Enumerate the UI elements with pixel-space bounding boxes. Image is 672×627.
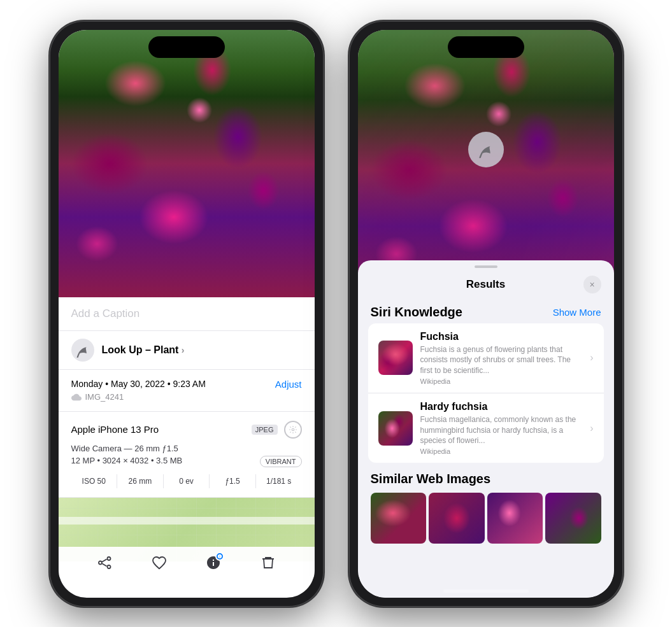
fuchsia-info: Fuchsia Fuchsia is a genus of flowering … <box>420 331 583 385</box>
fuchsia-chevron-icon: › <box>590 352 593 363</box>
similar-images-title: Similar Web Images <box>371 472 601 486</box>
right-phone-screen: Results × Siri Knowledge Show More <box>358 30 614 598</box>
leaf-visual-icon <box>476 139 496 160</box>
like-button[interactable] <box>150 553 169 572</box>
close-button[interactable]: × <box>583 276 601 293</box>
meta-section: Monday • May 30, 2022 • 9:23 AM Adjust I… <box>59 370 315 412</box>
share-button[interactable] <box>95 553 114 572</box>
lookup-text[interactable]: Look Up – Plant › <box>102 344 185 356</box>
exif-shutter: 1/181 s <box>256 474 302 488</box>
knowledge-item-fuchsia[interactable]: Fuchsia Fuchsia is a genus of flowering … <box>368 323 604 393</box>
right-phone: Results × Siri Knowledge Show More <box>349 21 623 607</box>
hardy-chevron-icon: › <box>590 423 593 434</box>
similar-image-4[interactable] <box>545 493 601 544</box>
left-phone: Add a Caption Look Up – Plant › Monday •… <box>50 21 324 607</box>
exif-ev: 0 ev <box>164 474 210 488</box>
hardy-name: Hardy fuchsia <box>420 401 583 412</box>
results-panel: Results × Siri Knowledge Show More <box>358 260 614 598</box>
similar-image-1[interactable] <box>371 493 427 544</box>
hardy-source: Wikipedia <box>420 447 583 455</box>
exif-iso: ISO 50 <box>71 474 118 488</box>
exif-aperture: ƒ1.5 <box>210 474 256 488</box>
vibrant-badge: VIBRANT <box>260 456 302 467</box>
left-phone-screen: Add a Caption Look Up – Plant › Monday •… <box>59 30 315 598</box>
camera-name: Apple iPhone 13 Pro <box>71 424 159 435</box>
meta-filename: IMG_4241 <box>71 392 302 402</box>
camera-spec: Wide Camera — 26 mm ƒ1.5 <box>71 444 302 453</box>
visual-search-icon[interactable] <box>468 132 504 167</box>
leaf-icon <box>74 341 92 359</box>
cloud-icon <box>71 392 82 402</box>
similar-image-2[interactable] <box>429 493 485 544</box>
knowledge-card: Fuchsia Fuchsia is a genus of flowering … <box>368 323 604 463</box>
caption-placeholder[interactable]: Add a Caption <box>71 307 140 320</box>
results-title: Results <box>389 278 583 291</box>
similar-images-row <box>371 493 601 544</box>
hardy-thumbnail <box>378 411 413 446</box>
camera-mp: 12 MP • 3024 × 4032 • 3.5 MB <box>71 456 183 465</box>
fuchsia-desc: Fuchsia is a genus of flowering plants t… <box>420 344 583 376</box>
caption-area[interactable]: Add a Caption <box>59 297 315 331</box>
siri-knowledge-header: Siri Knowledge Show More <box>358 299 614 323</box>
fuchsia-name: Fuchsia <box>420 331 583 342</box>
exif-row: ISO 50 26 mm 0 ev ƒ1.5 1/181 s <box>71 474 302 488</box>
hardy-info: Hardy fuchsia Fuchsia magellanica, commo… <box>420 401 583 455</box>
home-indicator-right <box>443 589 529 593</box>
right-screen-content: Results × Siri Knowledge Show More <box>358 30 614 598</box>
similar-image-3[interactable] <box>487 493 543 544</box>
home-indicator-left <box>144 589 229 593</box>
siri-knowledge-title: Siri Knowledge <box>371 305 462 320</box>
dynamic-island-right <box>448 36 524 58</box>
photo-left[interactable] <box>59 30 315 297</box>
results-header: Results × <box>358 268 614 299</box>
svg-point-0 <box>292 428 294 431</box>
jpeg-badge: JPEG <box>252 425 278 435</box>
lookup-row[interactable]: Look Up – Plant › <box>59 331 315 370</box>
fuchsia-thumbnail <box>378 341 413 375</box>
adjust-button[interactable]: Adjust <box>275 379 302 390</box>
knowledge-item-hardy[interactable]: Hardy fuchsia Fuchsia magellanica, commo… <box>368 393 604 463</box>
info-button[interactable] <box>204 553 223 572</box>
fuchsia-source: Wikipedia <box>420 377 583 385</box>
phones-container: Add a Caption Look Up – Plant › Monday •… <box>31 2 642 626</box>
dynamic-island-left <box>148 36 225 58</box>
similar-section: Similar Web Images <box>358 463 614 547</box>
show-more-button[interactable]: Show More <box>553 307 601 318</box>
meta-date: Monday • May 30, 2022 • 9:23 AM <box>71 379 206 389</box>
info-badge-icon <box>217 554 222 559</box>
hardy-desc: Fuchsia magellanica, commonly known as t… <box>420 414 583 446</box>
lookup-icon <box>71 339 94 362</box>
bottom-toolbar <box>59 547 315 579</box>
exif-focal: 26 mm <box>117 474 164 488</box>
camera-section: Apple iPhone 13 Pro JPEG Wide Camera — 2… <box>59 412 315 498</box>
delete-button[interactable] <box>259 553 278 572</box>
camera-settings-icon[interactable] <box>284 421 302 439</box>
